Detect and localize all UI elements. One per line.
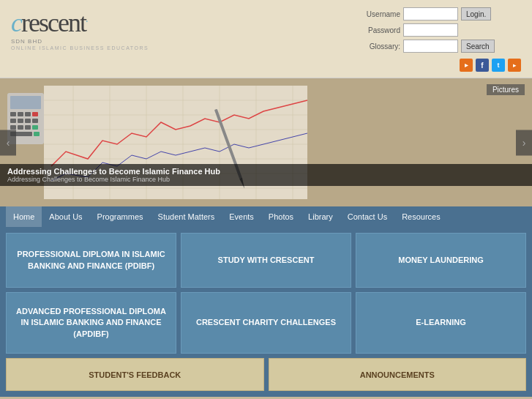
login-button[interactable]: Login.: [461, 7, 491, 20]
bottom-cell-announcements[interactable]: ANNOUNCEMENTS: [269, 358, 527, 391]
svg-rect-29: [18, 125, 23, 130]
svg-rect-31: [32, 125, 38, 130]
grid-cell-money-laundering[interactable]: MONEY LAUNDERING: [356, 233, 526, 288]
nav-item-programmes[interactable]: Programmes: [90, 206, 151, 227]
logo-sdn: SDN BHD: [11, 38, 149, 45]
username-input[interactable]: [403, 7, 458, 20]
svg-rect-27: [32, 119, 38, 123]
grid-cell-e-learning[interactable]: E-LEARNING: [356, 292, 526, 354]
banner-prev-arrow[interactable]: ‹: [0, 130, 16, 155]
banner-next-arrow[interactable]: ›: [516, 130, 532, 155]
banner-area: Pictures ‹ › Addressing Challenges to Be…: [0, 78, 532, 206]
svg-rect-30: [25, 125, 31, 130]
nav-item-student-matters[interactable]: Student Matters: [151, 206, 222, 227]
main-grid: PROFESSIONAL DIPLOMA IN ISLAMIC BANKING …: [6, 233, 526, 354]
banner-subtitle: Addressing Challenges to Become Islamic …: [7, 176, 525, 183]
twitter-icon[interactable]: t: [492, 59, 505, 72]
svg-rect-26: [25, 119, 31, 123]
nav-item-resources[interactable]: Resources: [394, 206, 448, 227]
rss2-icon[interactable]: ▸: [508, 59, 521, 72]
nav-item-events[interactable]: Events: [222, 206, 261, 227]
glossary-label: Glossary:: [360, 42, 400, 51]
svg-rect-19: [10, 96, 41, 109]
social-icons: ▸ f t ▸: [360, 59, 521, 72]
banner-caption: Addressing Challenges to Become Islamic …: [0, 164, 532, 186]
glossary-row: Glossary: Search: [360, 40, 521, 53]
password-input[interactable]: [403, 23, 458, 37]
svg-rect-25: [18, 119, 23, 123]
nav-bar: HomeAbout UsProgrammesStudent MattersEve…: [0, 206, 532, 227]
header: crescent. SDN BHD ONLINE ISLAMIC BUSINES…: [0, 0, 532, 78]
facebook-icon[interactable]: f: [476, 59, 489, 72]
main-content: PROFESSIONAL DIPLOMA IN ISLAMIC BANKING …: [0, 227, 532, 397]
bottom-cell-students-feedback[interactable]: STUDENT'S FEEDBACK: [6, 358, 264, 391]
pictures-button[interactable]: Pictures: [487, 84, 525, 95]
grid-cell-charity-challenges[interactable]: CRESCENT CHARITY CHALLENGES: [181, 292, 351, 354]
logo-area: crescent. SDN BHD ONLINE ISLAMIC BUSINES…: [11, 7, 149, 51]
bottom-grid: STUDENT'S FEEDBACKANNOUNCEMENTS: [6, 358, 526, 391]
svg-rect-21: [18, 112, 23, 116]
banner-image: [0, 78, 532, 206]
svg-rect-20: [10, 112, 16, 116]
password-row: Password: [360, 23, 521, 37]
login-area: Username Login. Password Glossary: Searc…: [360, 7, 521, 72]
banner-title: Addressing Challenges to Become Islamic …: [7, 167, 525, 176]
username-label: Username: [360, 10, 400, 18]
logo: crescent.: [11, 7, 149, 38]
svg-rect-24: [10, 119, 16, 123]
username-row: Username Login.: [360, 7, 521, 20]
grid-cell-apdibf[interactable]: ADVANCED PROFESSIONAL DIPLOMA IN ISLAMIC…: [6, 292, 176, 354]
nav-item-library[interactable]: Library: [301, 206, 340, 227]
search-button[interactable]: Search: [461, 40, 495, 53]
chart-svg: [0, 78, 532, 206]
nav-item-home[interactable]: Home: [6, 206, 42, 227]
glossary-input[interactable]: [403, 40, 458, 53]
logo-tagline: ONLINE ISLAMIC BUSINESS EDUCATORS: [11, 45, 149, 51]
grid-cell-pdibf[interactable]: PROFESSIONAL DIPLOMA IN ISLAMIC BANKING …: [6, 233, 176, 288]
nav-item-contact-us[interactable]: Contact Us: [340, 206, 394, 227]
svg-rect-22: [25, 112, 31, 116]
nav-item-about-us[interactable]: About Us: [42, 206, 89, 227]
grid-cell-study-with-crescent[interactable]: STUDY WITH CRESCENT: [181, 233, 351, 288]
password-label: Password: [360, 26, 400, 34]
rss-icon[interactable]: ▸: [460, 59, 473, 72]
svg-rect-33: [34, 132, 40, 136]
nav-item-photos[interactable]: Photos: [261, 206, 301, 227]
svg-rect-23: [32, 112, 38, 116]
